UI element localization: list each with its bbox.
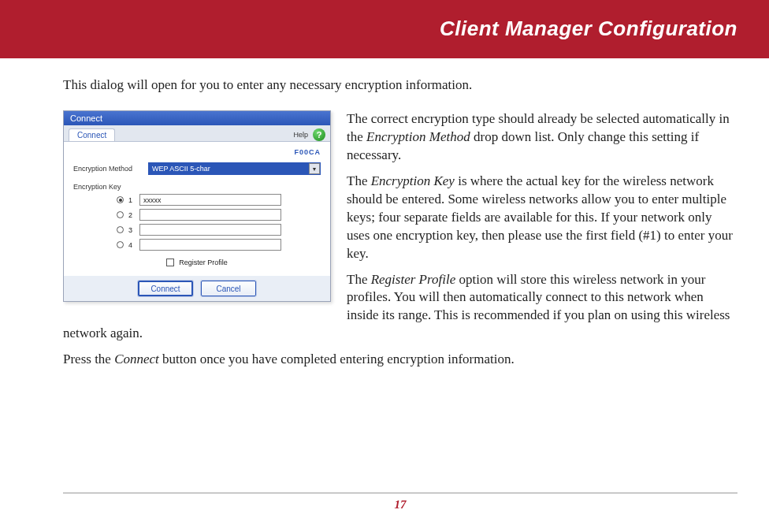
page-content: This dialog will open for you to enter a… <box>0 58 769 377</box>
page-header-title: Client Manager Configuration <box>440 17 737 41</box>
p2i: Encryption Key <box>371 173 455 188</box>
footer-divider <box>63 493 737 493</box>
chevron-down-icon[interactable]: ▼ <box>309 163 320 174</box>
encryption-key-label-row: Encryption Key <box>73 183 321 191</box>
key-radio-3[interactable] <box>117 226 124 233</box>
dialog-tabstrip: Connect Help ? <box>64 125 330 141</box>
connect-button[interactable]: Connect <box>138 281 193 296</box>
dialog-footer: Connect Cancel <box>64 276 330 301</box>
register-profile-row: Register Profile <box>73 259 321 266</box>
page-number: 17 <box>63 498 737 512</box>
help-label: Help <box>293 131 308 139</box>
key-input-2[interactable] <box>139 209 281 221</box>
key-num-4: 4 <box>128 241 135 249</box>
key-row-2: 2 <box>73 209 321 221</box>
register-profile-checkbox[interactable] <box>166 259 174 266</box>
header-band: Client Manager Configuration <box>0 0 769 58</box>
p4b: button once you have completed entering … <box>159 352 515 366</box>
key-row-1: 1 xxxxx <box>73 194 321 206</box>
connect-dialog: Connect Connect Help ? F00CA Encryption … <box>63 110 331 302</box>
help-icon[interactable]: ? <box>313 128 325 141</box>
body-wrap: Connect Connect Help ? F00CA Encryption … <box>63 110 737 377</box>
intro-text: This dialog will open for you to enter a… <box>63 77 737 93</box>
key-num-1: 1 <box>128 196 135 204</box>
key-row-3: 3 <box>73 224 321 236</box>
dialog-screenshot: Connect Connect Help ? F00CA Encryption … <box>63 110 331 302</box>
para-press-connect: Press the Connect button once you have c… <box>63 351 737 369</box>
page-footer: 17 <box>63 493 737 512</box>
key-num-2: 2 <box>128 211 135 219</box>
p4a: Press the <box>63 352 114 366</box>
p1i: Encryption Method <box>366 129 470 144</box>
p4i: Connect <box>114 352 159 366</box>
tab-connect[interactable]: Connect <box>69 128 115 141</box>
key-num-3: 3 <box>128 226 135 234</box>
key-input-1[interactable]: xxxxx <box>139 194 281 206</box>
p3i: Register Profile <box>371 272 456 287</box>
encryption-key-grid: 1 xxxxx 2 3 <box>73 194 321 251</box>
key-input-3[interactable] <box>139 224 281 236</box>
encryption-method-label: Encryption Method <box>73 165 148 173</box>
dialog-body: F00CA Encryption Method WEP ASCII 5-char… <box>64 141 330 276</box>
encryption-method-row: Encryption Method WEP ASCII 5-char ▼ <box>73 162 321 175</box>
p3a: The <box>347 272 371 287</box>
header-inner: Client Manager Configuration <box>0 8 769 49</box>
key-radio-1[interactable] <box>117 196 124 203</box>
cancel-button[interactable]: Cancel <box>201 281 256 296</box>
encryption-key-label: Encryption Key <box>73 183 148 191</box>
encryption-method-select[interactable]: WEP ASCII 5-char ▼ <box>148 162 321 175</box>
dialog-titlebar: Connect <box>64 111 330 125</box>
key-row-4: 4 <box>73 239 321 251</box>
key-input-4[interactable] <box>139 239 281 251</box>
p2a: The <box>347 173 371 188</box>
register-profile-label: Register Profile <box>179 259 228 266</box>
key-radio-4[interactable] <box>117 241 124 248</box>
key-radio-2[interactable] <box>117 211 124 218</box>
ap-name: F00CA <box>73 148 321 156</box>
encryption-method-value: WEP ASCII 5-char <box>149 165 309 173</box>
